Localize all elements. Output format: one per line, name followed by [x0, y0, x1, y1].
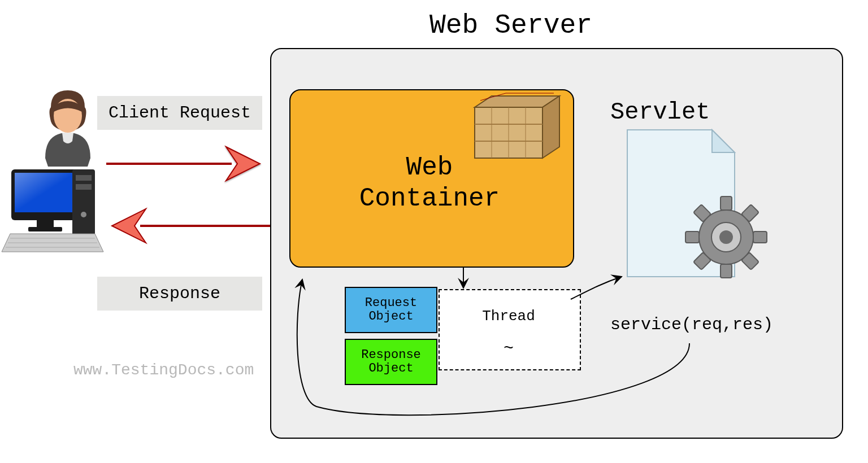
flow-arrows — [0, 0, 868, 463]
watermark-text: www.TestingDocs.com — [73, 361, 254, 379]
diagram-stage: Web Server Web Container Thread ~ Reques… — [0, 0, 868, 463]
